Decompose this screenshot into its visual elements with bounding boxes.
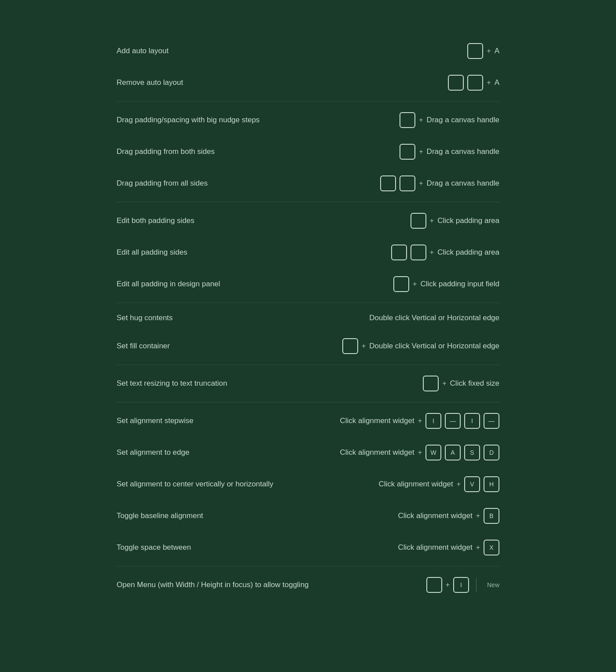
shortcut-table: Add auto layout+ARemove auto layout+ADra… <box>117 35 499 601</box>
key-drag-nudge-0 <box>400 112 415 128</box>
action-label-add-auto-layout: Add auto layout <box>117 47 169 55</box>
shortcut-text-align-stepwise-0: Click alignment widget <box>340 416 414 425</box>
key-align-edge-4: S <box>464 445 480 460</box>
plus-sign-set-fill: + <box>362 342 366 350</box>
action-label-remove-auto-layout: Remove auto layout <box>117 78 183 87</box>
key-align-stepwise-3: — <box>445 413 461 429</box>
shortcut-side-set-fill: +Double click Vertical or Horizontal edg… <box>342 338 499 354</box>
shortcut-side-text-truncation: +Click fixed size <box>423 376 499 391</box>
key-drag-all-sides-1 <box>400 175 415 191</box>
key-align-stepwise-2: I <box>425 413 441 429</box>
shortcut-side-remove-auto-layout: +A <box>448 75 499 91</box>
plus-sign-drag-both-sides: + <box>419 148 423 156</box>
key-remove-auto-layout-0 <box>448 75 464 91</box>
shortcut-side-toggle-space-between: Click alignment widget+X <box>398 540 499 555</box>
shortcut-side-edit-all-padding: +Click padding area <box>391 245 499 260</box>
shortcut-side-align-stepwise: Click alignment widget+I—I— <box>340 413 499 429</box>
shortcut-text-edit-padding-panel-2: Click padding input field <box>420 280 499 289</box>
shortcut-row-drag-all-sides: Drag padding from all sides+Drag a canva… <box>117 168 499 202</box>
action-label-edit-padding-panel: Edit all padding in design panel <box>117 280 220 289</box>
key-align-edge-2: W <box>425 445 441 460</box>
shortcut-row-set-hug: Set hug contentsDouble click Vertical or… <box>117 306 499 330</box>
vertical-divider-open-menu <box>476 578 477 592</box>
shortcut-text-drag-both-sides-2: Drag a canvas handle <box>427 147 499 156</box>
plus-sign-toggle-space-between: + <box>476 544 480 551</box>
key-align-stepwise-5: — <box>484 413 499 429</box>
key-open-menu-0 <box>426 577 442 593</box>
plus-sign-text-truncation: + <box>442 380 446 387</box>
shortcut-text-text-truncation-2: Click fixed size <box>450 379 499 388</box>
action-label-align-center: Set alignment to center vertically or ho… <box>117 480 273 489</box>
shortcut-text-edit-all-padding-3: Click padding area <box>437 248 499 257</box>
plus-sign-edit-padding-panel: + <box>413 280 417 288</box>
action-label-edit-all-padding: Edit all padding sides <box>117 248 187 257</box>
key-drag-all-sides-0 <box>380 175 396 191</box>
shortcut-text-align-edge-0: Click alignment widget <box>340 448 414 457</box>
action-label-toggle-baseline: Toggle baseline alignment <box>117 511 203 520</box>
key-edit-both-padding-0 <box>411 213 426 229</box>
shortcut-row-set-fill: Set fill container+Double click Vertical… <box>117 330 499 365</box>
shortcut-side-align-center: Click alignment widget+VH <box>379 476 499 492</box>
shortcut-side-drag-all-sides: +Drag a canvas handle <box>380 175 499 191</box>
shortcut-text-edit-both-padding-2: Click padding area <box>437 216 499 225</box>
shortcut-side-align-edge: Click alignment widget+WASD <box>340 445 499 460</box>
shortcut-side-drag-both-sides: +Drag a canvas handle <box>400 144 499 160</box>
shortcut-text-drag-all-sides-3: Drag a canvas handle <box>427 179 499 188</box>
plus-sign-remove-auto-layout: + <box>487 79 491 87</box>
shortcut-side-drag-nudge: +Drag a canvas handle <box>400 112 499 128</box>
action-label-align-stepwise: Set alignment stepwise <box>117 416 194 425</box>
action-label-drag-all-sides: Drag padding from all sides <box>117 179 208 188</box>
plus-sign-add-auto-layout: + <box>487 47 491 55</box>
shortcut-text-align-center-0: Click alignment widget <box>379 480 453 489</box>
action-label-open-menu: Open Menu (with Width / Height in focus)… <box>117 581 309 589</box>
shortcut-row-align-edge: Set alignment to edgeClick alignment wid… <box>117 437 499 468</box>
key-toggle-space-between-2: X <box>484 540 499 555</box>
plus-sign-toggle-baseline: + <box>476 512 480 520</box>
key-align-edge-5: D <box>484 445 499 460</box>
key-edit-padding-panel-0 <box>393 276 409 292</box>
shortcut-side-edit-padding-panel: +Click padding input field <box>393 276 499 292</box>
shortcut-row-text-truncation: Set text resizing to text truncation+Cli… <box>117 368 499 402</box>
shortcut-row-drag-nudge: Drag padding/spacing with big nudge step… <box>117 104 499 136</box>
key-open-menu-2: I <box>453 577 469 593</box>
shortcut-row-edit-all-padding: Edit all padding sides+Click padding are… <box>117 237 499 268</box>
key-add-auto-layout-0 <box>467 43 483 59</box>
key-remove-auto-layout-1 <box>467 75 483 91</box>
shortcut-side-edit-both-padding: +Click padding area <box>411 213 499 229</box>
shortcut-text-drag-nudge-2: Drag a canvas handle <box>427 116 499 124</box>
plus-sign-edit-all-padding: + <box>430 248 434 256</box>
action-label-align-edge: Set alignment to edge <box>117 448 189 457</box>
shortcut-row-remove-auto-layout: Remove auto layout+A <box>117 67 499 102</box>
shortcut-row-toggle-baseline: Toggle baseline alignmentClick alignment… <box>117 500 499 532</box>
key-align-edge-3: A <box>445 445 461 460</box>
shortcut-text-set-hug-0: Double click Vertical or Horizontal edge <box>369 314 499 322</box>
shortcut-side-add-auto-layout: +A <box>467 43 499 59</box>
action-label-edit-both-padding: Edit both padding sides <box>117 216 194 225</box>
plus-sign-drag-nudge: + <box>419 116 423 124</box>
new-badge-open-menu: New <box>487 581 499 588</box>
key-edit-all-padding-0 <box>391 245 407 260</box>
action-label-text-truncation: Set text resizing to text truncation <box>117 379 227 388</box>
plus-sign-align-stepwise: + <box>418 417 422 425</box>
shortcut-text-add-auto-layout-2: A <box>495 47 499 55</box>
key-align-center-2: V <box>464 476 480 492</box>
plus-sign-align-center: + <box>457 480 461 488</box>
key-drag-both-sides-0 <box>400 144 415 160</box>
plus-sign-open-menu: + <box>446 581 450 589</box>
action-label-set-fill: Set fill container <box>117 342 170 351</box>
shortcut-row-edit-padding-panel: Edit all padding in design panel+Click p… <box>117 268 499 303</box>
key-edit-all-padding-1 <box>411 245 426 260</box>
plus-sign-edit-both-padding: + <box>430 217 434 225</box>
action-label-toggle-space-between: Toggle space between <box>117 543 191 552</box>
shortcut-text-set-fill-2: Double click Vertical or Horizontal edge <box>369 342 499 351</box>
shortcut-row-toggle-space-between: Toggle space betweenClick alignment widg… <box>117 532 499 566</box>
shortcut-row-align-center: Set alignment to center vertically or ho… <box>117 468 499 500</box>
action-label-drag-nudge: Drag padding/spacing with big nudge step… <box>117 116 260 124</box>
action-label-set-hug: Set hug contents <box>117 314 173 322</box>
shortcut-text-toggle-space-between-0: Click alignment widget <box>398 543 473 552</box>
shortcut-side-set-hug: Double click Vertical or Horizontal edge <box>369 314 499 322</box>
shortcut-text-toggle-baseline-0: Click alignment widget <box>398 511 473 520</box>
key-toggle-baseline-2: B <box>484 508 499 524</box>
key-align-stepwise-4: I <box>464 413 480 429</box>
shortcut-text-remove-auto-layout-3: A <box>495 78 499 87</box>
